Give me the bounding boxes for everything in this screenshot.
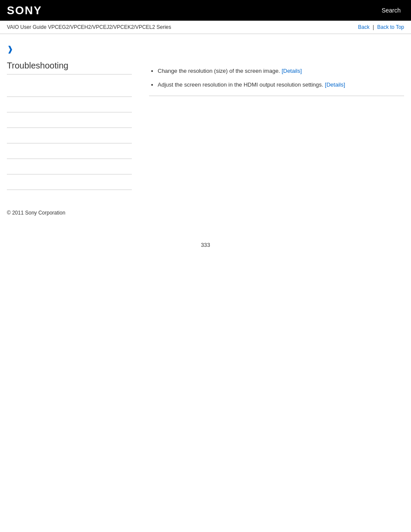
list-item-text: Adjust the screen resolution in the HDMI… [158, 81, 323, 88]
header: SONY Search [0, 0, 411, 21]
sidebar-item [7, 174, 132, 190]
nav-separator: | [373, 24, 375, 30]
sidebar: ❱ Troubleshooting [7, 41, 140, 190]
footer: © 2011 Sony Corporation [0, 201, 411, 224]
sidebar-section-title: Troubleshooting [7, 61, 132, 75]
nav-links: Back | Back to Top [358, 24, 404, 30]
list-item-link-1[interactable]: [Details] [325, 81, 345, 88]
content-list: Change the resolution (size) of the scre… [149, 67, 404, 89]
sidebar-item [7, 81, 132, 97]
main-content: ❱ Troubleshooting Change the resolution … [0, 34, 411, 197]
search-button[interactable]: Search [378, 5, 404, 16]
list-item: Change the resolution (size) of the scre… [158, 67, 404, 75]
nav-title: VAIO User Guide VPCEG2/VPCEH2/VPCEJ2/VPC… [7, 24, 171, 30]
list-item: Adjust the screen resolution in the HDMI… [158, 81, 404, 89]
back-link[interactable]: Back [358, 24, 370, 30]
sidebar-item [7, 159, 132, 174]
content-divider [149, 96, 404, 96]
content-area: Change the resolution (size) of the scre… [140, 41, 404, 190]
page-number: 333 [0, 242, 411, 257]
nav-bar: VAIO User Guide VPCEG2/VPCEH2/VPCEJ2/VPC… [0, 21, 411, 34]
list-item-text: Change the resolution (size) of the scre… [158, 68, 280, 74]
sidebar-item [7, 112, 132, 128]
sidebar-arrow: ❱ [7, 44, 132, 54]
copyright-text: © 2011 Sony Corporation [7, 210, 65, 216]
sidebar-item [7, 97, 132, 112]
back-to-top-link[interactable]: Back to Top [377, 24, 404, 30]
list-item-link-0[interactable]: [Details] [282, 68, 302, 74]
sony-logo: SONY [7, 4, 42, 17]
sidebar-item [7, 128, 132, 143]
chevron-right-icon: ❱ [7, 45, 13, 53]
sidebar-item [7, 143, 132, 159]
